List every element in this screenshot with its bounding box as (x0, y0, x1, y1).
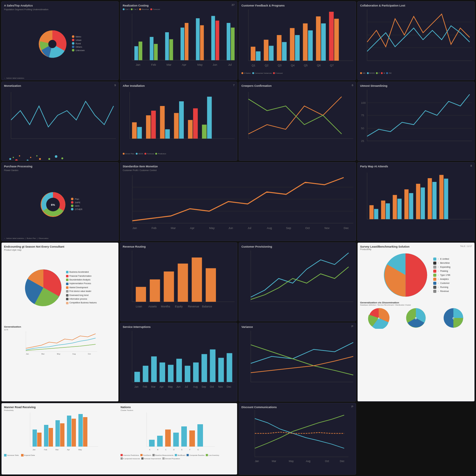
svg-point-66 (39, 158, 41, 160)
panel-1-subtitle: Population Segment Profiling Underestima… (4, 8, 116, 11)
panel-line-20: Variance P (239, 323, 356, 402)
svg-rect-124 (393, 195, 397, 219)
svg-rect-36 (308, 30, 313, 61)
panel-18-title: Generalization cts Dissemination (360, 301, 472, 304)
pie-svg-12 (23, 267, 64, 308)
svg-text:Jan: Jan (255, 460, 259, 463)
svg-rect-32 (282, 42, 287, 61)
svg-text:Oct: Oct (88, 353, 91, 355)
svg-text:Mar: Mar (151, 386, 156, 388)
svg-text:Dec: Dec (344, 226, 349, 229)
svg-point-56 (9, 158, 11, 160)
svg-rect-170 (160, 363, 165, 382)
svg-text:A: A (378, 316, 380, 320)
svg-rect-38 (321, 23, 326, 60)
svg-text:May: May (289, 460, 294, 463)
panel-14-chart (241, 249, 353, 312)
svg-rect-201 (67, 416, 71, 447)
svg-rect-197 (44, 425, 48, 447)
svg-rect-144 (136, 287, 146, 302)
panel-5-scatter (4, 153, 116, 161)
panel-9-legend: Plan SAFE GEN OTHER (71, 198, 82, 211)
svg-rect-212 (149, 440, 155, 447)
svg-rect-133 (444, 178, 448, 219)
svg-rect-14 (211, 16, 215, 60)
svg-text:Assets: Assets (148, 305, 157, 308)
svg-text:Jun: Jun (176, 386, 181, 388)
panel-22-title: Nations (121, 406, 235, 409)
panel-line-7: Creepers Confirmation 6 (239, 82, 356, 161)
svg-text:25: 25 (361, 139, 364, 143)
bar-svg-2: Jan Feb Mar Apr May Jun Jul (123, 10, 235, 73)
svg-rect-216 (181, 426, 187, 447)
svg-rect-214 (165, 430, 171, 447)
panel-6-number: 7 (233, 84, 235, 87)
panel-15-number: P (351, 405, 353, 408)
svg-rect-122 (381, 201, 386, 219)
panel-bar-3: Customer Feedback & Programs Q1 (239, 1, 356, 80)
svg-rect-147 (178, 263, 188, 302)
svg-rect-30 (269, 46, 274, 61)
panel-9-title: Purchase Processing (4, 165, 116, 168)
svg-rect-126 (404, 189, 409, 219)
panel-21-subtitle: Productivity (4, 409, 118, 411)
svg-text:Nov: Nov (218, 386, 223, 388)
svg-text:6%: 6% (51, 203, 55, 206)
svg-rect-78 (151, 111, 156, 139)
pie-18b: B (405, 307, 427, 329)
svg-rect-173 (185, 366, 190, 382)
svg-rect-172 (176, 359, 182, 382)
svg-text:Apr: Apr (190, 226, 194, 229)
donut-svg-9: 6% (37, 189, 68, 220)
svg-rect-146 (164, 271, 174, 302)
svg-text:Apr: Apr (67, 449, 70, 451)
panel-1-chart: Metro Urban Rural Others Unknown (4, 12, 116, 76)
svg-text:Oct: Oct (305, 226, 310, 229)
svg-rect-195 (33, 430, 37, 447)
svg-rect-176 (210, 350, 215, 382)
panel-7-title: Creepers Confirmation (241, 84, 353, 87)
svg-text:Revenue: Revenue (188, 305, 199, 308)
panel-9-footer: ← bottom label statistics | Button Pier … (4, 237, 116, 239)
svg-text:50: 50 (361, 127, 364, 130)
panel-17-header: Survey Least/Benchmarking Solution Produ… (360, 245, 472, 250)
svg-rect-15 (215, 20, 219, 60)
svg-point-65 (36, 155, 37, 156)
panel-donut-9: Purchase Processing Flower Garden 6% Pla… (1, 162, 119, 241)
panel-line-10: Standardize Item Monetize Customer Profi… (120, 162, 356, 241)
svg-rect-82 (179, 101, 184, 139)
panel-line-14: Customer Provisioning (239, 242, 356, 321)
svg-rect-123 (386, 203, 390, 219)
panel-4-title: Collaboration & Participation Lost (360, 4, 472, 7)
panel-2-title: Realization Costing (123, 4, 235, 7)
svg-rect-17 (231, 28, 235, 60)
svg-text:Sep: Sep (286, 226, 291, 229)
panel-9-chart: 6% Plan SAFE GEN OTHER (4, 173, 116, 237)
panel-bar-13: Revenue Routing Loan Assets Months Equit… (120, 242, 237, 321)
svg-rect-5 (139, 42, 142, 60)
svg-text:Feb: Feb (152, 226, 156, 229)
panel-line-15: Discount Communications P Jan Mar May Au… (239, 403, 356, 475)
svg-rect-28 (256, 51, 261, 61)
svg-point-1 (48, 40, 56, 48)
panel-16-title: Generalization (4, 325, 116, 328)
svg-rect-217 (189, 430, 195, 447)
svg-text:Feb: Feb (44, 449, 47, 451)
panel-16-chart: Jan Mar May Aug Oct (4, 331, 116, 356)
svg-text:Balance: Balance (202, 305, 212, 308)
svg-text:Q7: Q7 (330, 64, 334, 67)
svg-rect-174 (193, 363, 199, 382)
svg-text:E: E (181, 449, 183, 451)
svg-text:Mar: Mar (55, 449, 59, 451)
scatter-2 (25, 153, 44, 161)
svg-rect-16 (227, 23, 230, 60)
pie-18c: C (443, 307, 464, 329)
dashboard: A Sales/Top Analytics Population Segment… (0, 0, 476, 476)
svg-text:C: C (165, 449, 167, 451)
panel-12-subtitle: Product style map (4, 249, 116, 251)
svg-text:Jul: Jul (228, 63, 232, 66)
svg-rect-178 (227, 353, 232, 382)
svg-text:Jan: Jan (136, 63, 140, 66)
panel-3-title: Customer Feedback & Programs (241, 4, 353, 7)
svg-rect-39 (329, 12, 334, 61)
